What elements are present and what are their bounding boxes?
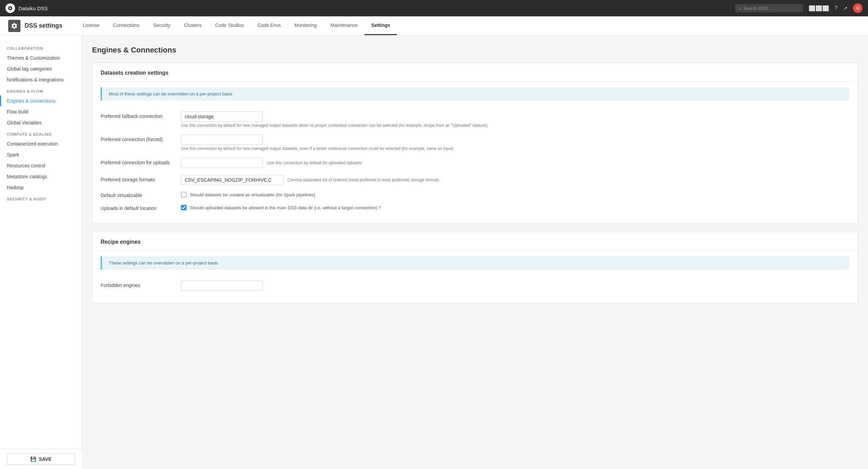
sidebar-save-area: 💾 SAVE: [0, 449, 82, 469]
forbidden-engines-input[interactable]: [181, 281, 263, 291]
sidebar-item-metastore[interactable]: Metastore catalogs: [0, 171, 81, 182]
recipe-form: Forbidden engines: [92, 275, 857, 303]
sidebar-item-resources[interactable]: Resources control: [0, 160, 81, 171]
forced-connection-input[interactable]: [181, 135, 263, 145]
storage-formats-control: Comma-separated list of ordered (most pr…: [181, 175, 849, 185]
main-content: Engines & Connections Datasets creation …: [82, 35, 868, 469]
default-virtualizable-control: Should datasets be created as virtualiza…: [181, 192, 315, 197]
search-bar[interactable]: ⌕: [735, 4, 803, 12]
sidebar-item-global-tags[interactable]: Global tag categories: [0, 63, 81, 74]
settings-icon: [8, 20, 20, 32]
section-compute-scaling: COMPUTE & SCALING Containerized executio…: [0, 128, 81, 193]
recipe-section-title: Recipe engines: [92, 232, 857, 251]
uploads-default-location-text: Should uploaded datasets be allowed in t…: [190, 205, 381, 210]
sidebar-item-engines-connections[interactable]: Engines & connections: [0, 95, 81, 106]
body-layout: COLLABORATION Themes & Customization Glo…: [0, 35, 868, 469]
recipe-section: Recipe engines These settings can be ove…: [92, 232, 858, 303]
storage-formats-row: Preferred storage formats Comma-separate…: [101, 175, 849, 185]
uploads-default-location-row: Uploads in default location Should uploa…: [101, 205, 849, 211]
forced-connection-label: Preferred connection (forced): [101, 135, 176, 142]
section-title-compute: COMPUTE & SCALING: [0, 128, 81, 138]
section-collaboration: COLLABORATION Themes & Customization Glo…: [0, 42, 81, 85]
uploads-connection-control: Use this connection by default for uploa…: [181, 158, 849, 168]
fallback-connection-hint: Use this connection by default for new m…: [181, 123, 849, 128]
sidebar-item-flow-build[interactable]: Flow build: [0, 106, 81, 117]
uploads-connection-hint: Use this connection by default for uploa…: [267, 161, 362, 165]
header-nav: License Connections Security Clusters Co…: [76, 16, 397, 35]
default-virtualizable-checkbox[interactable]: [181, 192, 186, 197]
forced-connection-row: Preferred connection (forced) Use this c…: [101, 135, 849, 151]
tab-settings[interactable]: Settings: [364, 16, 397, 35]
save-label: SAVE: [39, 456, 51, 462]
tab-maintenance[interactable]: Maintenance: [324, 16, 364, 35]
save-icon: 💾: [30, 456, 36, 462]
sidebar: COLLABORATION Themes & Customization Glo…: [0, 35, 82, 469]
tab-connections[interactable]: Connections: [106, 16, 146, 35]
tab-security[interactable]: Security: [146, 16, 177, 35]
datasets-section: Datasets creation settings Most of these…: [92, 63, 858, 224]
storage-formats-input[interactable]: [181, 175, 283, 185]
section-title-security: SECURITY & AUDIT: [0, 193, 81, 203]
default-virtualizable-text: Should datasets be created as virtualiza…: [190, 192, 315, 197]
page-title: Engines & Connections: [92, 46, 858, 55]
section-engines-flow: ENGINES & FLOW Engines & connections Flo…: [0, 85, 81, 128]
datasets-section-title: Datasets creation settings: [92, 63, 857, 82]
analytics-icon[interactable]: ↗: [843, 5, 848, 12]
section-title-collaboration: COLLABORATION: [0, 42, 81, 52]
save-button[interactable]: 💾 SAVE: [7, 453, 75, 465]
uploads-connection-inline: Use this connection by default for uploa…: [181, 158, 849, 168]
sidebar-item-containerized[interactable]: Containerized execution: [0, 138, 81, 149]
tab-monitoring[interactable]: Monitoring: [288, 16, 324, 35]
navbar-icons: ⬜⬜⬜ ? ↗ U: [809, 3, 863, 13]
fallback-connection-row: Preferred fallback connection Use this c…: [101, 111, 849, 128]
sidebar-item-themes[interactable]: Themes & Customization: [0, 52, 81, 63]
navbar: Dataiku DSS ⌕ ⬜⬜⬜ ? ↗ U: [0, 0, 868, 16]
fallback-connection-input[interactable]: [181, 111, 263, 122]
app-title: Dataiku DSS: [18, 5, 735, 11]
tab-code-envs[interactable]: Code Envs: [251, 16, 287, 35]
avatar[interactable]: U: [853, 3, 863, 13]
sidebar-item-global-variables[interactable]: Global Variables: [0, 117, 81, 128]
section-title-engines: ENGINES & FLOW: [0, 85, 81, 95]
storage-formats-label: Preferred storage formats: [101, 175, 176, 182]
fallback-connection-label: Preferred fallback connection: [101, 111, 176, 119]
forbidden-engines-control: [181, 281, 849, 291]
section-security-audit: SECURITY & AUDIT: [0, 193, 81, 203]
storage-formats-hint: Comma-separated list of ordered (most pr…: [287, 178, 440, 182]
forbidden-engines-label: Forbidden engines: [101, 281, 176, 288]
search-icon: ⌕: [738, 5, 741, 11]
datasets-info-banner: Most of these settings can be overridden…: [101, 87, 849, 101]
uploads-default-location-checkbox[interactable]: [181, 205, 186, 210]
dataiku-logo: [5, 3, 15, 13]
help-icon[interactable]: ?: [835, 5, 838, 11]
forced-connection-hint: Use this connection by default for new m…: [181, 146, 849, 151]
search-input[interactable]: [743, 6, 800, 11]
forced-connection-control: Use this connection by default for new m…: [181, 135, 849, 151]
uploads-connection-input[interactable]: [181, 158, 263, 168]
recipe-info-banner: These settings can be overridden on a pe…: [101, 256, 849, 270]
grid-icon[interactable]: ⬜⬜⬜: [809, 5, 829, 12]
sidebar-item-notifications[interactable]: Notifications & Integrations: [0, 74, 81, 85]
page-header-title: DSS settings: [25, 22, 62, 29]
sidebar-item-hadoop[interactable]: Hadoop: [0, 182, 81, 193]
storage-formats-inline: Comma-separated list of ordered (most pr…: [181, 175, 849, 185]
datasets-form: Preferred fallback connection Use this c…: [92, 106, 857, 223]
default-virtualizable-row: Default virtualizable Should datasets be…: [101, 192, 849, 198]
uploads-default-location-label: Uploads in default location: [101, 205, 176, 211]
sidebar-item-spark[interactable]: Spark: [0, 149, 81, 160]
fallback-connection-control: Use this connection by default for new m…: [181, 111, 849, 128]
uploads-connection-label: Preferred connection for uploads: [101, 158, 176, 165]
uploads-connection-row: Preferred connection for uploads Use thi…: [101, 158, 849, 168]
tab-clusters[interactable]: Clusters: [177, 16, 208, 35]
uploads-default-location-control: Should uploaded datasets be allowed in t…: [181, 205, 381, 210]
tab-license[interactable]: License: [76, 16, 106, 35]
page-header: DSS settings License Connections Securit…: [0, 16, 868, 35]
forbidden-engines-row: Forbidden engines: [101, 281, 849, 291]
tab-code-studios[interactable]: Code Studios: [208, 16, 251, 35]
default-virtualizable-label: Default virtualizable: [101, 192, 176, 198]
